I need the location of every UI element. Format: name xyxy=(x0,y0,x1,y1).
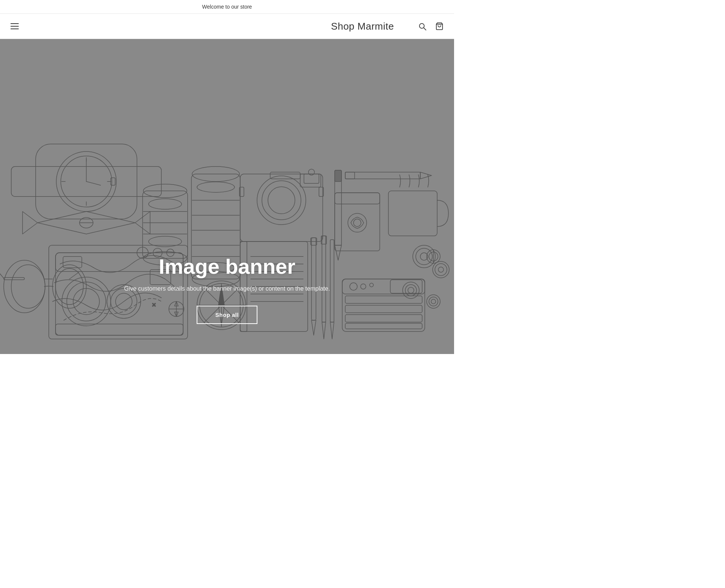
svg-rect-100 xyxy=(56,324,183,335)
banner-content: Image banner Give customers details abou… xyxy=(124,254,330,324)
svg-rect-121 xyxy=(345,305,422,313)
banner-title: Image banner xyxy=(124,254,330,279)
svg-rect-46 xyxy=(335,170,341,182)
svg-point-125 xyxy=(361,284,366,289)
banner-subtitle: Give customers details about the banner … xyxy=(124,285,330,292)
svg-point-109 xyxy=(413,245,435,268)
svg-rect-38 xyxy=(270,172,300,179)
svg-point-124 xyxy=(350,283,357,290)
hamburger-icon xyxy=(11,23,19,29)
site-header: Shop Marmite xyxy=(0,14,454,39)
svg-point-37 xyxy=(268,187,295,214)
svg-rect-119 xyxy=(342,279,425,294)
svg-point-130 xyxy=(408,287,414,293)
svg-rect-127 xyxy=(390,280,422,293)
svg-rect-9 xyxy=(111,178,115,185)
svg-rect-123 xyxy=(345,323,422,329)
svg-point-70 xyxy=(353,219,361,226)
announcement-bar: Welcome to our store xyxy=(0,0,454,14)
svg-rect-34 xyxy=(240,174,323,242)
cart-icon xyxy=(435,22,444,30)
store-title: Shop Marmite xyxy=(331,21,394,32)
svg-point-126 xyxy=(370,283,373,287)
svg-marker-48 xyxy=(420,172,432,179)
search-button[interactable] xyxy=(417,21,428,32)
search-icon xyxy=(418,22,426,30)
svg-rect-39 xyxy=(300,174,321,187)
svg-point-35 xyxy=(257,176,306,225)
svg-point-132 xyxy=(429,297,438,306)
svg-rect-120 xyxy=(345,296,422,303)
svg-marker-45 xyxy=(335,245,341,260)
svg-rect-16 xyxy=(143,191,188,258)
svg-point-73 xyxy=(11,265,45,308)
header-right xyxy=(417,21,445,32)
svg-rect-71 xyxy=(388,191,437,236)
svg-line-8 xyxy=(86,182,101,185)
svg-point-27 xyxy=(197,182,235,192)
svg-point-114 xyxy=(438,267,444,272)
svg-point-72 xyxy=(4,260,45,313)
announcement-text: Welcome to our store xyxy=(202,4,252,10)
svg-rect-89 xyxy=(63,256,82,268)
svg-line-1 xyxy=(424,28,426,30)
svg-point-113 xyxy=(435,264,447,276)
svg-rect-122 xyxy=(345,315,422,322)
header-center: Shop Marmite xyxy=(331,21,394,32)
svg-point-0 xyxy=(420,24,424,28)
shop-all-button[interactable]: Shop all xyxy=(197,306,257,324)
svg-rect-65 xyxy=(330,240,334,322)
svg-line-77 xyxy=(69,272,79,279)
svg-rect-49 xyxy=(345,172,355,179)
header-left xyxy=(9,22,20,31)
hero-banner: × xyxy=(0,39,454,354)
svg-point-133 xyxy=(431,299,436,304)
svg-line-76 xyxy=(0,272,4,278)
svg-marker-66 xyxy=(330,322,334,339)
menu-button[interactable] xyxy=(9,22,20,31)
svg-point-19 xyxy=(149,199,182,209)
svg-marker-63 xyxy=(322,322,326,339)
svg-rect-75 xyxy=(4,278,24,280)
cart-button[interactable] xyxy=(434,21,445,32)
